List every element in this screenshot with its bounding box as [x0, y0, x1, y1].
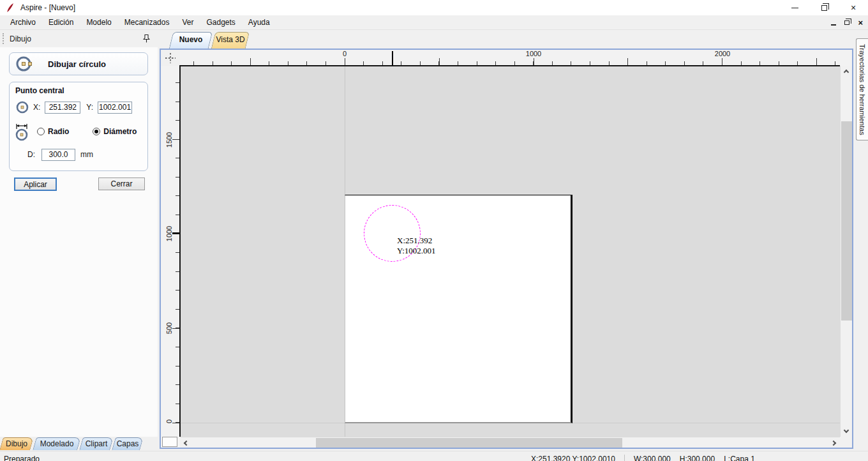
splitter-box[interactable]	[161, 437, 180, 448]
menu-bar: Archivo Edición Modelo Mecanizados Ver G…	[0, 15, 868, 30]
tab-nuevo[interactable]: Nuevo	[171, 32, 211, 49]
d-label: D:	[27, 150, 35, 159]
close-button[interactable]: Cerrar	[98, 178, 145, 190]
ruler-label-v0: 0	[165, 419, 173, 423]
group-title: Punto central	[15, 86, 64, 95]
mdi-restore-icon[interactable]	[844, 20, 849, 25]
pin-icon[interactable]	[142, 34, 151, 43]
radius-radio[interactable]	[37, 128, 45, 135]
panel-tab-strip: Dibujo Modelado Clipart Capas	[0, 437, 158, 451]
panel-title: Dibujo	[10, 34, 31, 43]
radius-radio-label[interactable]: Radio	[48, 127, 69, 136]
cursor-y-marker	[172, 232, 179, 234]
app-logo-icon	[6, 3, 15, 13]
cursor-coordinates-annotation: X:251.392 Y:1002.001	[397, 236, 436, 256]
close-icon[interactable]: ×	[839, 0, 868, 15]
unit-label: mm	[80, 150, 93, 159]
mdi-minimize-icon[interactable]	[831, 24, 836, 26]
minimize-icon[interactable]	[780, 0, 809, 15]
vertical-scrollbar-thumb[interactable]	[841, 121, 852, 321]
ruler-label-v500: 500	[165, 322, 173, 334]
menu-modelo[interactable]: Modelo	[80, 15, 117, 29]
vertical-scrollbar[interactable]	[840, 66, 852, 437]
center-point-group: Punto central X: Y: Radio Diámetr	[9, 82, 148, 171]
status-height: H:300.000	[680, 454, 715, 461]
tab-modelado[interactable]: Modelado	[34, 437, 79, 450]
window-title: Aspire - [Nuevo]	[20, 3, 75, 12]
tool-title: Dibujar círculo	[48, 59, 106, 69]
viewport-top-border	[179, 65, 840, 66]
document-tab-strip: Nuevo Vista 3D	[158, 30, 477, 49]
scroll-down-icon[interactable]	[841, 426, 851, 437]
horizontal-scrollbar[interactable]	[180, 437, 840, 448]
mdi-window-controls: ×	[831, 15, 863, 30]
mdi-close-icon[interactable]: ×	[858, 17, 863, 29]
tab-capas[interactable]: Capas	[114, 437, 142, 450]
apply-button[interactable]: Aplicar	[14, 178, 57, 191]
diameter-radio[interactable]	[93, 128, 100, 135]
title-bar: Aspire - [Nuevo] ×	[0, 0, 868, 15]
status-ready: Preparado	[4, 454, 40, 461]
restore-icon[interactable]	[809, 0, 839, 15]
canvas-frame: 0 1000 2000 1500 1000 500 0 X:251.392 Y:…	[160, 49, 853, 449]
diameter-radio-label[interactable]: Diámetro	[103, 127, 137, 136]
annotation-x: X:251.392	[397, 236, 436, 246]
diameter-value-row: D: mm	[27, 147, 149, 162]
toolpaths-tab[interactable]: Trayectorias de herramientas	[856, 38, 868, 140]
tab-clipart[interactable]: Clipart	[81, 437, 112, 450]
y-input[interactable]	[98, 102, 132, 114]
tool-header-card: Dibujar círculo	[9, 52, 148, 75]
viewport-left-border	[179, 66, 181, 437]
diameter-icon	[13, 122, 31, 141]
tab-dibujo[interactable]: Dibujo	[1, 437, 32, 450]
drawing-viewport[interactable]: X:251.392 Y:1002.001	[180, 66, 840, 437]
horizontal-ruler: 0 1000 2000	[180, 50, 852, 66]
menu-gadgets[interactable]: Gadgets	[200, 15, 241, 29]
menu-edicion[interactable]: Edición	[42, 15, 80, 29]
drawing-panel: Dibujar círculo Punto central X: Y:	[0, 47, 158, 437]
cursor-x-marker	[392, 51, 393, 65]
right-tab-strip: Trayectorias de herramientas	[853, 30, 868, 449]
radius-diameter-row: Radio Diámetro	[13, 122, 145, 141]
ruler-label-v1500: 1500	[165, 132, 173, 147]
ruler-label-h2000: 2000	[715, 50, 730, 57]
drawing-panel-header: Dibujo	[0, 30, 158, 47]
status-width: W:300.000	[634, 454, 671, 461]
window-controls: ×	[780, 0, 868, 15]
horizontal-scrollbar-thumb[interactable]	[316, 438, 622, 448]
x-label: X:	[33, 103, 40, 112]
tab-vista-3d[interactable]: Vista 3D	[213, 32, 248, 49]
status-cursor-xy: X:251.3920 Y:1002.0010	[531, 454, 615, 461]
status-bar: Preparado X:251.3920 Y:1002.0010 W:300.0…	[0, 451, 868, 461]
menu-archivo[interactable]: Archivo	[4, 15, 42, 29]
ruler-label-h1000: 1000	[526, 50, 541, 57]
vertical-ruler: 1500 1000 500 0	[161, 66, 180, 437]
center-point-icon	[15, 100, 29, 114]
center-point-row: X: Y:	[15, 100, 143, 114]
scroll-right-icon[interactable]	[829, 437, 840, 448]
x-input[interactable]	[45, 102, 80, 114]
ruler-label-h0: 0	[343, 50, 347, 57]
scroll-up-icon[interactable]	[841, 66, 851, 77]
menu-mecanizados[interactable]: Mecanizados	[118, 15, 176, 29]
ruler-label-v1000: 1000	[165, 226, 173, 241]
draw-circle-icon	[15, 54, 34, 73]
panel-grip-handle[interactable]	[3, 33, 4, 44]
menu-ayuda[interactable]: Ayuda	[242, 15, 276, 29]
y-label: Y:	[86, 103, 93, 112]
ruler-origin-corner	[161, 50, 180, 66]
menu-ver[interactable]: Ver	[176, 15, 200, 29]
status-readouts: X:251.3920 Y:1002.0010 W:300.000 H:300.0…	[531, 454, 755, 461]
scroll-left-icon[interactable]	[180, 437, 191, 448]
diameter-input[interactable]	[41, 149, 75, 161]
crosshair-icon	[165, 52, 176, 64]
status-separator	[624, 455, 625, 461]
annotation-y: Y:1002.001	[397, 246, 436, 256]
scrollbar-corner	[840, 437, 852, 448]
toolpaths-tab-label: Trayectorias de herramientas	[858, 44, 866, 135]
status-layer: L:Capa 1	[724, 454, 755, 461]
